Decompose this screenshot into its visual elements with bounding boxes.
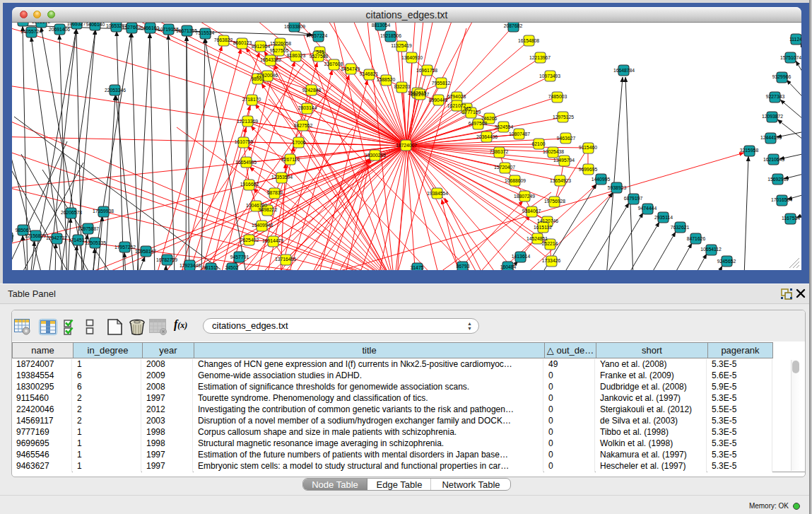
svg-text:20691406: 20691406: [49, 27, 70, 32]
svg-text:1610755: 1610755: [235, 139, 254, 144]
svg-text:16914479: 16914479: [262, 238, 283, 243]
svg-text:12444195: 12444195: [760, 135, 782, 140]
svg-text:19218506: 19218506: [380, 33, 401, 38]
svg-text:7955812: 7955812: [432, 81, 451, 86]
svg-text:17957252: 17957252: [114, 245, 136, 250]
svg-text:98961: 98961: [252, 76, 265, 81]
svg-text:15226058: 15226058: [270, 41, 291, 46]
svg-text:17016504: 17016504: [771, 197, 792, 202]
svg-text:14120746: 14120746: [537, 218, 558, 223]
svg-text:8427552: 8427552: [294, 123, 313, 128]
svg-text:16961758: 16961758: [416, 68, 437, 73]
svg-text:8990448: 8990448: [429, 98, 448, 103]
svg-text:7386372: 7386372: [490, 149, 509, 154]
svg-text:19384554: 19384554: [427, 191, 448, 196]
svg-text:12505135: 12505135: [85, 240, 106, 245]
svg-text:10688609: 10688609: [505, 178, 526, 183]
svg-text:9474444: 9474444: [638, 206, 657, 211]
svg-text:10025438: 10025438: [543, 149, 564, 154]
svg-text:8267110: 8267110: [281, 157, 300, 162]
svg-text:18724007: 18724007: [396, 143, 417, 148]
svg-text:10958147: 10958147: [135, 249, 156, 254]
svg-text:7485003: 7485003: [548, 94, 567, 99]
svg-text:9227343: 9227343: [766, 94, 785, 99]
svg-text:7857224: 7857224: [309, 33, 328, 38]
svg-text:1588520: 1588520: [377, 77, 396, 82]
svg-text:16654985: 16654985: [235, 160, 257, 165]
svg-text:1065327: 1065327: [67, 23, 86, 26]
svg-text:12213369: 12213369: [237, 119, 258, 124]
svg-text:9245652: 9245652: [717, 259, 736, 264]
svg-text:22053346: 22053346: [105, 88, 126, 93]
svg-text:16671355: 16671355: [176, 28, 197, 33]
svg-text:10973493: 10973493: [539, 74, 560, 78]
svg-text:1527602: 1527602: [122, 25, 141, 30]
svg-text:13495794: 13495794: [553, 158, 575, 163]
svg-text:17359938: 17359938: [93, 209, 114, 214]
svg-text:15751074: 15751074: [780, 55, 801, 60]
svg-text:9406140: 9406140: [86, 23, 105, 27]
svg-text:8813054: 8813054: [372, 23, 391, 28]
svg-text:2718170: 2718170: [242, 97, 261, 102]
svg-text:1440995: 1440995: [592, 177, 611, 182]
svg-text:31475: 31475: [411, 265, 424, 270]
svg-text:11124: 11124: [789, 37, 801, 42]
svg-text:9115460: 9115460: [579, 145, 597, 150]
svg-text:8186323: 8186323: [287, 53, 306, 58]
svg-text:1413614: 1413614: [512, 254, 531, 259]
svg-text:10807487: 10807487: [509, 132, 530, 136]
svg-text:746266: 746266: [481, 116, 498, 121]
svg-text:9242848: 9242848: [302, 88, 322, 93]
svg-text:12213967: 12213967: [529, 55, 551, 60]
svg-text:5938923: 5938923: [608, 185, 627, 190]
svg-text:9146821: 9146821: [360, 71, 379, 76]
svg-text:7625402: 7625402: [240, 238, 259, 243]
svg-text:3215958: 3215958: [740, 148, 759, 153]
svg-text:24502: 24502: [225, 265, 239, 270]
svg-text:2935114: 2935114: [654, 215, 673, 220]
svg-text:10654112: 10654112: [700, 247, 722, 252]
svg-text:7515534: 7515534: [196, 30, 215, 35]
svg-text:8822037: 8822037: [411, 92, 430, 97]
svg-text:9498222: 9498222: [259, 207, 278, 212]
svg-text:19756928: 19756928: [544, 199, 565, 204]
svg-text:16154808: 16154808: [518, 38, 539, 43]
svg-text:1615112: 1615112: [534, 225, 552, 230]
svg-text:2087682: 2087682: [504, 23, 523, 28]
svg-text:15720407: 15720407: [494, 165, 515, 170]
svg-text:15692911: 15692911: [767, 177, 789, 182]
svg-text:12353594: 12353594: [271, 175, 293, 180]
svg-text:8454749: 8454749: [341, 66, 360, 71]
svg-text:17006: 17006: [293, 140, 306, 145]
svg-text:985061: 985061: [16, 228, 32, 233]
svg-text:9463627: 9463627: [557, 136, 576, 141]
svg-text:14524851: 14524851: [526, 236, 548, 241]
svg-text:14055724: 14055724: [20, 29, 42, 34]
svg-text:252214: 252214: [542, 241, 558, 246]
svg-text:18300295: 18300295: [365, 153, 386, 158]
svg-text:16033809: 16033809: [284, 24, 305, 29]
svg-text:2367608: 2367608: [324, 62, 343, 66]
svg-text:11325419: 11325419: [391, 43, 412, 48]
svg-text:20364436: 20364436: [476, 134, 498, 139]
svg-text:832203: 832203: [394, 84, 411, 89]
svg-text:18807249: 18807249: [514, 194, 535, 199]
svg-text:26206578: 26206578: [61, 210, 82, 215]
svg-text:9777169: 9777169: [462, 110, 481, 115]
svg-text:1167534: 1167534: [782, 216, 800, 221]
svg-text:9384067: 9384067: [522, 209, 541, 214]
svg-text:981511: 981511: [203, 265, 218, 270]
svg-text:16543382: 16543382: [260, 57, 281, 62]
svg-text:2404557: 2404557: [13, 23, 33, 23]
svg-text:86793: 86793: [457, 264, 470, 269]
svg-text:9527508: 9527508: [310, 54, 329, 59]
svg-text:7632621: 7632621: [671, 225, 690, 230]
svg-text:16648784: 16648784: [613, 68, 635, 73]
svg-text:13640910: 13640910: [401, 55, 423, 60]
svg-text:16210643: 16210643: [763, 157, 784, 162]
svg-text:9329966: 9329966: [772, 74, 792, 79]
svg-text:160484: 160484: [500, 264, 517, 269]
svg-text:62100: 62100: [532, 141, 546, 146]
svg-text:7663822: 7663822: [214, 37, 233, 42]
svg-text:39107: 39107: [12, 235, 14, 240]
